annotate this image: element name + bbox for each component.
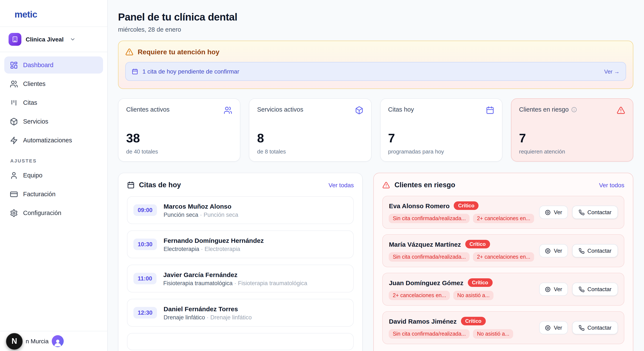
severity-badge: Crítico (468, 278, 492, 287)
appointment-time-badge: 10:30 (134, 238, 157, 250)
brand-logo: metic (14, 10, 37, 19)
risk-tag: Sin cita confirmada/realizada... (389, 214, 470, 223)
sidebar-item-label: Servicios (23, 118, 48, 125)
warning-triangle-icon (125, 48, 134, 56)
calendar-icon (132, 68, 138, 74)
appointment-service-secondary: Electroterapia (204, 246, 240, 252)
package-icon (10, 117, 18, 126)
stat-value: 7 (388, 132, 494, 144)
view-all-risk-clients-link[interactable]: Ver todos (599, 182, 624, 188)
appointment-service: Punción seca (164, 212, 198, 218)
view-client-button-label: Ver (554, 286, 562, 292)
avatar[interactable] (52, 335, 64, 347)
phone-icon (578, 325, 584, 331)
contact-client-button[interactable]: Contactar (572, 244, 618, 257)
severity-badge: Crítico (461, 317, 486, 325)
content-grid: Citas de hoy Ver todas 09:00 Marcos Muño… (118, 173, 633, 351)
settings-nav: Equipo Facturación Configuración (0, 166, 107, 222)
stat-caption: de 40 totales (126, 148, 232, 155)
appointment-client-name: Fernando Domínguez Hernández (164, 237, 264, 244)
user-name: n Murcia (26, 338, 48, 344)
nextjs-dev-badge[interactable]: N (6, 333, 23, 350)
risk-client-name: David Ramos Jiménez (389, 318, 457, 325)
sidebar-item-label: Configuración (23, 210, 61, 216)
view-client-button[interactable]: Ver (539, 244, 568, 257)
calendar-icon (127, 181, 135, 189)
risk-client-list: Eva Alonso Romero Crítico Sin cita confi… (382, 196, 624, 344)
sidebar-item-dashboard[interactable]: Dashboard (4, 56, 103, 74)
sidebar-item-automatizaciones[interactable]: Automatizaciones (4, 132, 103, 149)
nextjs-dev-badge-letter: N (12, 337, 17, 346)
appointment-item: 10:30 Fernando Domínguez Hernández Elect… (127, 230, 354, 258)
org-selector[interactable]: Clinica Jiveal (0, 27, 107, 52)
attention-banner-title: Requiere tu atención hoy (138, 48, 219, 56)
phone-icon (578, 248, 584, 254)
risk-tag: No asistió a... (473, 329, 513, 338)
info-icon[interactable] (571, 107, 577, 112)
sidebar-item-label: Clientes (23, 80, 46, 87)
pending-appointment-alert[interactable]: 1 cita de hoy pendiente de confirmar Ver… (125, 62, 626, 81)
attention-banner: Requiere tu atención hoy 1 cita de hoy p… (118, 40, 633, 89)
risk-tags: Sin cita confirmada/realizada...2+ cance… (389, 214, 534, 223)
app-root: metic Clinica Jiveal Dashboard Clientes (0, 0, 644, 351)
contact-client-button[interactable]: Contactar (572, 206, 618, 219)
contact-client-button-label: Contactar (587, 248, 612, 254)
user-icon (10, 171, 18, 179)
risk-tag: 2+ cancelaciones en... (473, 214, 534, 223)
appointment-item: 11:00 Javier García Fernández Fisioterap… (127, 265, 354, 292)
view-client-button[interactable]: Ver (539, 321, 568, 334)
sidebar-item-equipo[interactable]: Equipo (4, 167, 103, 184)
contact-client-button[interactable]: Contactar (572, 321, 618, 334)
appointment-services: Electroterapia·Electroterapia (164, 246, 264, 252)
attention-banner-header: Requiere tu atención hoy (125, 48, 626, 56)
main-nav: Dashboard Clientes Citas Servicios Autom… (0, 52, 107, 149)
risk-tags: Sin cita confirmada/realizada...2+ cance… (389, 252, 534, 262)
appointment-info: Fernando Domínguez Hernández Electrotera… (164, 237, 264, 252)
zap-icon (10, 136, 18, 144)
calendar-icon (486, 106, 494, 114)
sidebar-item-clientes[interactable]: Clientes (4, 75, 103, 92)
appointment-client-name: Daniel Fernández Torres (164, 305, 252, 312)
contact-client-button-label: Contactar (587, 324, 612, 331)
contact-client-button[interactable]: Contactar (572, 282, 618, 296)
risk-tag: No asistió a... (453, 291, 493, 300)
view-client-button[interactable]: Ver (539, 206, 568, 219)
sidebar-item-facturacion[interactable]: Facturación (4, 186, 103, 203)
alert-triangle-icon (617, 106, 625, 114)
view-client-button[interactable]: Ver (539, 282, 568, 296)
appointment-info: Marcos Muñoz Alonso Punción seca·Punción… (164, 202, 238, 218)
appointment-services: Fisioterapia traumatológica·Fisioterapia… (163, 280, 307, 286)
risk-client-info: Juan Domínguez Gómez Crítico 2+ cancelac… (389, 278, 494, 300)
appointment-time-badge: 11:00 (134, 273, 156, 284)
risk-client-info: Eva Alonso Romero Crítico Sin cita confi… (389, 201, 534, 223)
risk-panel: Clientes en riesgo Ver todos Eva Alonso … (374, 173, 633, 351)
sidebar-item-citas[interactable]: Citas (4, 94, 103, 111)
appointment-info: Daniel Fernández Torres Drenaje linfátic… (164, 305, 252, 320)
appointments-panel-title: Citas de hoy (139, 181, 324, 189)
view-all-appointments-link[interactable]: Ver todas (329, 182, 354, 188)
phone-icon (578, 286, 584, 292)
stat-value: 8 (257, 132, 364, 144)
kanban-icon (10, 98, 18, 107)
risk-client-name: María Vázquez Martínez (389, 240, 461, 248)
appointment-service-secondary: Drenaje linfático (210, 314, 252, 320)
package-icon (355, 106, 363, 114)
logo-area: metic (0, 0, 107, 26)
sidebar-item-label: Facturación (23, 191, 56, 198)
sidebar-item-configuracion[interactable]: Configuración (4, 204, 103, 222)
appointment-info: Javier García Fernández Fisioterapia tra… (163, 271, 307, 286)
main-content: Panel de tu clínica dental miércoles, 28… (108, 0, 644, 351)
sidebar-item-servicios[interactable]: Servicios (4, 113, 103, 130)
separator-dot: · (200, 212, 202, 218)
separator-dot: · (201, 246, 203, 252)
appointment-item-partial (127, 333, 354, 350)
risk-client-info: María Vázquez Martínez Crítico Sin cita … (389, 240, 534, 262)
appointment-time-badge: 09:00 (134, 204, 157, 216)
appointment-item: 12:30 Daniel Fernández Torres Drenaje li… (127, 299, 354, 327)
stat-caption: programadas para hoy (388, 148, 494, 155)
appointment-service: Electroterapia (164, 246, 199, 252)
stat-title: Servicios activos (257, 106, 304, 113)
eye-icon (545, 286, 551, 292)
alert-view-link[interactable]: Ver → (604, 68, 620, 74)
stat-card-appointments-today: Citas hoy 7 programadas para hoy (380, 98, 502, 162)
